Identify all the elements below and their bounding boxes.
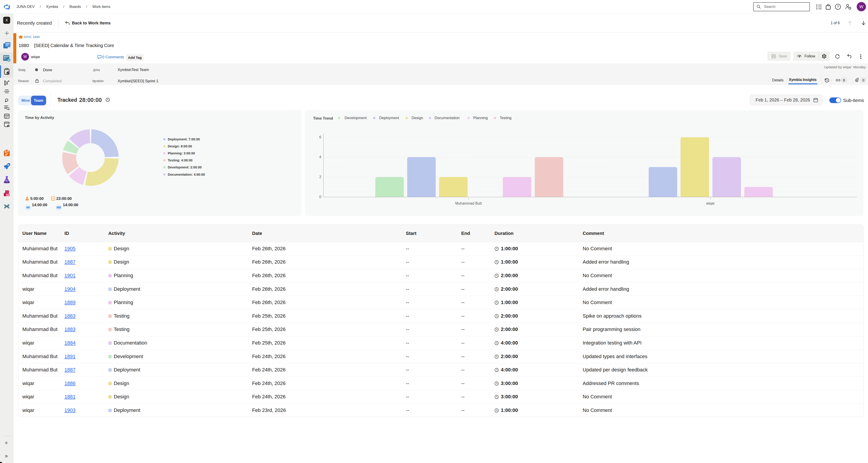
svg-text:?: ?	[837, 5, 839, 9]
